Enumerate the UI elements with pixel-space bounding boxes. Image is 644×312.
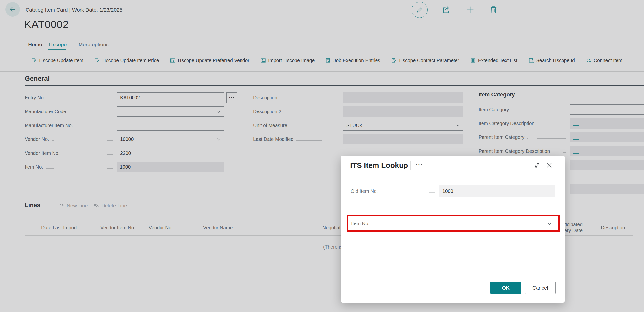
dialog-title: ITS Item Lookup [350,161,408,169]
expand-icon [534,162,541,169]
chevron-down-icon [547,221,552,227]
dialog-field-old-item-no: Old Item No. 1000 [351,185,555,197]
dialog-title-divider [410,161,411,170]
field-label: Item No. [351,221,370,226]
old-item-no-readonly-field: 1000 [439,185,555,197]
its-item-lookup-dialog: ITS Item Lookup ··· Old Item No. 1000 It… [341,156,565,303]
dialog-field-item-no: Item No. [351,218,555,229]
dialog-menu-ellipsis-icon[interactable]: ··· [416,161,423,168]
item-no-lookup-dropdown[interactable] [439,218,555,229]
ok-button[interactable]: OK [490,282,521,294]
dialog-close-button[interactable] [546,162,553,169]
dotted-leader [381,190,435,193]
dialog-expand-button[interactable] [534,162,541,169]
catalog-item-card-page: Catalog Item Card | Work Date: 1/23/2025… [0,0,644,312]
dialog-footer-divider [350,275,556,275]
old-item-no-value: 1000 [442,188,453,194]
dotted-leader [372,222,435,225]
cancel-button[interactable]: Cancel [525,282,556,294]
close-icon [546,162,553,169]
field-label: Old Item No. [351,188,378,194]
